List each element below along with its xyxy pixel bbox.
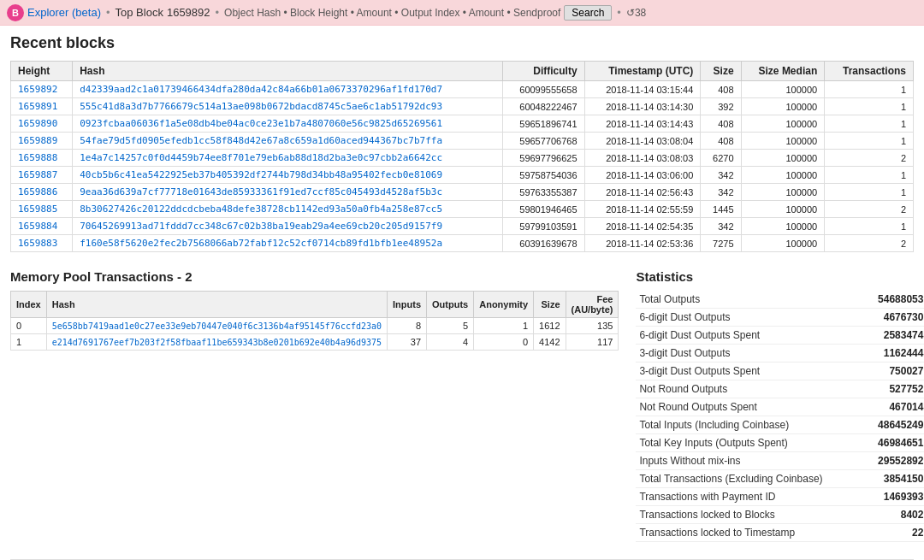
hash-link[interactable]: f160e58f5620e2fec2b7568066ab72fabf12c52c… [80,238,442,249]
top-block-label: Top Block [116,6,163,19]
app-name-link[interactable]: Explorer (beta) [27,6,101,19]
height-link[interactable]: 1659889 [18,135,57,146]
cell-size: 408 [701,133,741,150]
cell-size: 408 [701,115,741,133]
cell-size: 7275 [701,235,741,252]
cell-size-median: 100000 [741,235,825,252]
cell-size-median: 100000 [741,115,825,133]
pool-cell-size: 1612 [534,318,566,334]
cell-size-median: 100000 [741,184,825,201]
recent-blocks-section: Recent blocks Height Hash Difficulty Tim… [10,34,914,252]
cell-difficulty: 59758754036 [502,167,584,184]
pool-hash-link[interactable]: e214d7691767eef7b203f2f58fbaaf11be659343… [52,338,382,347]
cell-size: 6270 [701,150,741,167]
cell-size: 342 [701,167,741,184]
cell-difficulty: 60048222467 [502,98,584,115]
header-separator-3: • [617,6,621,19]
pool-table-header-row: Index Hash Inputs Outputs Anonymity Size… [11,292,619,318]
table-row: 1659884 70645269913ad71fddd7cc348c67c02b… [11,218,914,235]
table-row: 1659889 54fae79d5fd0905efedb1cc58f848d42… [11,133,914,150]
cell-timestamp: 2018-11-14 03:06:00 [584,167,701,184]
cell-hash: 40cb5b6c41ea5422925eb37b405392df2744b798… [73,167,502,184]
cell-hash: d42339aad2c1a01739466434dfa280da42c84a66… [73,81,502,98]
cell-height: 1659883 [11,235,73,252]
height-link[interactable]: 1659884 [18,221,57,232]
recent-blocks-title: Recent blocks [10,34,914,52]
cell-difficulty: 60391639678 [502,235,584,252]
pool-col-inputs: Inputs [388,292,427,318]
table-row: 1659887 40cb5b6c41ea5422925eb37b405392df… [11,167,914,184]
cell-size-median: 100000 [741,150,825,167]
stat-label: Transactions locked to Timestamp [636,524,863,542]
height-link[interactable]: 1659886 [18,186,57,197]
cell-size-median: 100000 [741,133,825,150]
cell-size: 1445 [701,201,741,218]
height-link[interactable]: 1659888 [18,152,57,163]
cell-size-median: 100000 [741,98,825,115]
logo-icon: B [7,4,24,21]
cell-transactions: 1 [825,98,914,115]
table-row: 1659890 0923fcbaa06036f1a5e08db4be04ac0c… [11,115,914,133]
cell-size: 342 [701,184,741,201]
cell-hash: 54fae79d5fd0905efedb1cc58f848d42e67a8c65… [73,133,502,150]
cell-size-median: 100000 [741,218,825,235]
hash-link[interactable]: 8b30627426c20122ddcdcbeba48defe38728cb11… [80,203,442,215]
pool-col-outputs: Outputs [427,292,474,318]
hash-link[interactable]: 54fae79d5fd0905efedb1cc58f848d42e67a8c65… [80,135,442,146]
top-block-number: 1659892 [167,6,210,19]
height-link[interactable]: 1659883 [18,238,57,249]
hash-link[interactable]: 0923fcbaa06036f1a5e08db4be04ac0ce23e1b7a… [80,118,442,129]
cell-hash: 9eaa36d639a7cf77718e01643de85933361f91ed… [73,184,502,201]
cell-timestamp: 2018-11-14 02:54:35 [584,218,701,235]
pool-cell-inputs: 8 [388,318,427,334]
height-link[interactable]: 1659892 [18,84,57,95]
list-item: Inputs Without mix-ins 29552892 [636,452,924,470]
cell-difficulty: 59651896741 [502,115,584,133]
table-row: 1659891 555c41d8a3d7b7766679c514a13ae098… [11,98,914,115]
refresh-count: 38 [635,7,646,19]
height-link[interactable]: 1659890 [18,118,57,129]
hash-link[interactable]: 40cb5b6c41ea5422925eb37b405392df2744b798… [80,169,442,180]
hash-link[interactable]: 9eaa36d639a7cf77718e01643de85933361f91ed… [80,186,442,197]
hash-link[interactable]: 70645269913ad71fddd7cc348c67c02b38ba19ea… [80,221,442,232]
cell-timestamp: 2018-11-14 03:14:43 [584,115,701,133]
pool-cell-hash: e214d7691767eef7b203f2f58fbaaf11be659343… [46,334,387,351]
height-link[interactable]: 1659891 [18,101,57,112]
stat-label: Inputs Without mix-ins [636,452,863,470]
stat-label: Total Outputs [636,291,863,309]
height-link[interactable]: 1659887 [18,169,57,180]
col-difficulty: Difficulty [502,62,584,81]
pool-cell-fee: 117 [566,334,619,351]
cell-transactions: 1 [825,81,914,98]
pool-hash-link[interactable]: 5e658bb7419aad1e0c27ee33e9eb70447e040f6c… [52,321,382,331]
cell-height: 1659887 [11,167,73,184]
cell-hash: 70645269913ad71fddd7cc348c67c02b38ba19ea… [73,218,502,235]
col-transactions: Transactions [825,62,914,81]
pool-cell-inputs: 37 [388,334,427,351]
height-link[interactable]: 1659885 [18,203,57,215]
cell-size-median: 100000 [741,167,825,184]
col-timestamp: Timestamp (UTC) [584,62,701,81]
hash-link[interactable]: 1e4a7c14257c0f0d4459b74ee8f701e79eb6ab88… [80,152,442,163]
header-separator-2: • [216,6,220,19]
cell-height: 1659891 [11,98,73,115]
cell-hash: 555c41d8a3d7b7766679c514a13ae098b0672bda… [73,98,502,115]
stat-label: 3-digit Dust Outputs [636,345,863,363]
list-item: Not Round Outputs 527752 [636,380,924,398]
cell-height: 1659885 [11,201,73,218]
pool-col-anonymity: Anonymity [474,292,534,318]
cell-size: 392 [701,98,741,115]
search-button[interactable]: Search [564,5,612,21]
hash-link[interactable]: 555c41d8a3d7b7766679c514a13ae098b0672bda… [80,101,442,112]
statistics-title: Statistics [636,269,924,284]
cell-height: 1659888 [11,150,73,167]
stat-label: 3-digit Dust Outputs Spent [636,363,863,380]
cell-hash: f160e58f5620e2fec2b7568066ab72fabf12c52c… [73,235,502,252]
memory-pool-title: Memory Pool Transactions - 2 [10,269,619,284]
hash-link[interactable]: d42339aad2c1a01739466434dfa280da42c84a66… [80,84,442,95]
cell-transactions: 2 [825,150,914,167]
cell-transactions: 1 [825,115,914,133]
cell-hash: 8b30627426c20122ddcdcbeba48defe38728cb11… [73,201,502,218]
cell-transactions: 1 [825,218,914,235]
cell-height: 1659889 [11,133,73,150]
